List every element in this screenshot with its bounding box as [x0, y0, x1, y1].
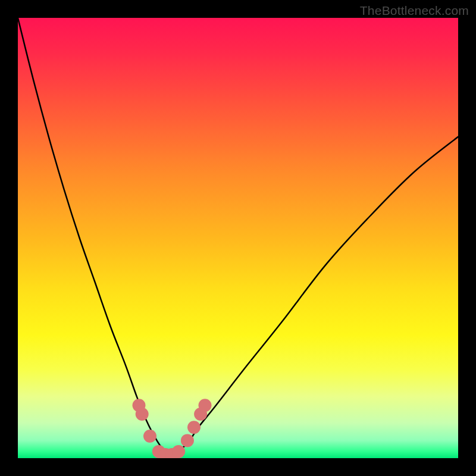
bottleneck-curve — [18, 18, 458, 454]
marker-point — [136, 408, 149, 421]
marker-point — [143, 430, 156, 443]
marker-point — [172, 445, 185, 458]
marker-point — [199, 399, 212, 412]
chart-plot-area — [18, 18, 458, 458]
highlight-markers — [133, 399, 212, 458]
watermark-text: TheBottleneck.com — [360, 4, 469, 18]
marker-point — [187, 421, 201, 434]
bottleneck-curve-layer — [18, 18, 458, 458]
marker-point — [181, 434, 194, 447]
